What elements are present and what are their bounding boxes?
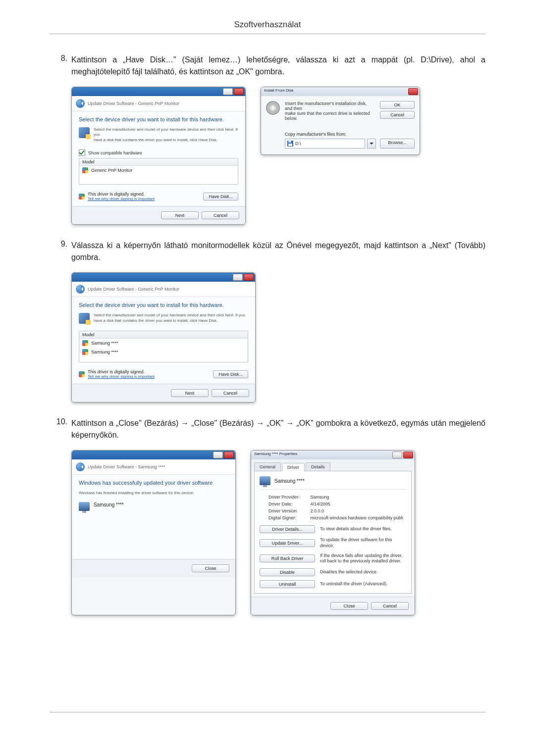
back-icon[interactable] [76, 462, 85, 471]
cancel-button[interactable]: Cancel [202, 211, 239, 219]
device-icon [79, 127, 90, 138]
back-icon[interactable] [76, 285, 85, 294]
dropdown-arrow-icon[interactable] [367, 139, 376, 149]
window-controls [223, 88, 244, 95]
dialog-title: Install From Disk [264, 88, 294, 93]
window-controls [408, 88, 418, 95]
update-driver-button[interactable]: Update Driver... [260, 539, 315, 547]
dialog-heading: Select the device driver you want to ins… [79, 302, 248, 308]
driver-provider-value: Samsung [309, 494, 405, 501]
sub-text: Windows has finished installing the driv… [79, 491, 228, 496]
rollback-driver-button[interactable]: Roll Back Driver [260, 554, 315, 562]
hint-line-1: Select the manufacturer and model of you… [94, 313, 245, 318]
tab-details[interactable]: Details [306, 462, 330, 471]
driver-details-desc: To view details about the driver files. [320, 526, 406, 532]
driver-date-label: Driver Date: [260, 501, 309, 507]
dialog-properties: Samsung **** Properties General Driver D… [251, 450, 415, 615]
model-list-item[interactable]: Samsung **** [79, 339, 248, 348]
hint-line-2: have a disk that contains the driver you… [94, 318, 245, 323]
crumb-text: Update Driver Software - Samsung **** [88, 464, 165, 469]
window-controls [233, 274, 254, 281]
model-name: Generic PnP Monitor [91, 168, 132, 173]
step-10-number: 10. [50, 417, 71, 441]
shield-icon [79, 194, 85, 200]
driver-details-button[interactable]: Driver Details... [260, 525, 315, 533]
cancel-button[interactable]: Cancel [371, 602, 409, 610]
step-9-text: Válassza ki a képernyőn látható monitorm… [71, 240, 485, 263]
shield-icon [79, 371, 85, 377]
minimize-icon[interactable] [223, 88, 233, 95]
cancel-button[interactable]: Cancel [380, 111, 415, 119]
uninstall-button[interactable]: Uninstall [260, 580, 315, 588]
dialog-heading: Windows has successfully updated your dr… [79, 480, 228, 486]
page-header: Szoftverhasználat [50, 20, 485, 30]
hint-line-1: Select the manufacturer and model of you… [94, 127, 238, 138]
tab-driver[interactable]: Driver [282, 463, 305, 471]
crumb-text: Update Driver Software - Generic PnP Mon… [88, 287, 179, 292]
digital-signer-value: microsoft windows hardware compatibility… [309, 514, 405, 521]
shield-icon [82, 340, 88, 346]
dialog-title: Samsung **** Properties [254, 452, 297, 456]
minimize-icon[interactable] [213, 452, 223, 458]
rollback-driver-desc: If the device fails after updating the d… [320, 553, 406, 564]
tab-general[interactable]: General [254, 462, 281, 471]
titlebar: Install From Disk [261, 87, 420, 96]
drive-value: D:\ [295, 141, 301, 146]
device-name: Samsung **** [94, 502, 124, 507]
signed-text: This driver is digitally signed. [88, 192, 155, 197]
minimize-icon[interactable] [233, 274, 243, 281]
help-icon[interactable] [392, 452, 402, 458]
step-8-number: 8. [50, 54, 71, 78]
close-icon[interactable] [244, 274, 254, 281]
dialog-install-from-disk: Install From Disk Insert the manufacture… [261, 87, 420, 155]
shield-icon [82, 349, 88, 355]
monitor-icon [260, 476, 270, 485]
model-name: Samsung **** [91, 350, 118, 354]
disc-icon [266, 101, 280, 115]
device-icon [79, 313, 90, 324]
model-name: Samsung **** [91, 341, 118, 346]
driver-version-label: Driver Version: [260, 507, 309, 514]
step-8-text: Kattintson a „Have Disk…" (Saját lemez…)… [71, 54, 485, 78]
cancel-button[interactable]: Cancel [212, 389, 249, 397]
hint-line-2: have a disk that contains the driver you… [94, 138, 238, 143]
driver-provider-label: Driver Provider: [260, 494, 309, 501]
model-column-header: Model [79, 331, 248, 339]
signed-text: This driver is digitally signed. [88, 369, 155, 374]
tell-me-link[interactable]: Tell me why driver signing is important [88, 197, 155, 201]
show-compatible-checkbox[interactable] [79, 150, 85, 156]
breadcrumb: Update Driver Software - Generic PnP Mon… [72, 282, 255, 297]
ok-button[interactable]: OK [380, 101, 415, 109]
close-icon[interactable] [224, 452, 234, 458]
have-disk-button[interactable]: Have Disk... [213, 370, 248, 378]
close-button[interactable]: Close [330, 602, 368, 610]
close-icon[interactable] [408, 88, 418, 95]
close-button[interactable]: Close [192, 564, 229, 572]
titlebar [72, 451, 235, 459]
back-icon[interactable] [76, 99, 85, 108]
close-icon[interactable] [234, 88, 244, 95]
dialog-update-success: Update Driver Software - Samsung **** Wi… [71, 450, 236, 615]
model-list-item[interactable]: Generic PnP Monitor [79, 166, 238, 175]
tell-me-link[interactable]: Tell me why driver signing is important [88, 374, 155, 379]
footer-rule [50, 712, 485, 712]
breadcrumb: Update Driver Software - Generic PnP Mon… [72, 96, 245, 111]
titlebar [72, 87, 245, 96]
step-8: 8. Kattintson a „Have Disk…" (Saját leme… [50, 54, 485, 78]
step-9-number: 9. [50, 240, 71, 263]
next-button[interactable]: Next [171, 389, 209, 397]
device-name: Samsung **** [274, 478, 305, 484]
model-list-item[interactable]: Samsung **** [79, 348, 248, 356]
close-icon[interactable] [403, 452, 413, 458]
disable-button[interactable]: Disable [260, 568, 315, 576]
update-driver-desc: To update the driver software for this d… [320, 537, 406, 549]
copy-from-label: Copy manufacturer's files from: [285, 132, 415, 137]
browse-button[interactable]: Browse... [380, 139, 415, 149]
driver-date-value: 4/14/2005 [309, 501, 405, 507]
window-controls [392, 452, 413, 458]
uninstall-desc: To uninstall the driver (Advanced). [320, 581, 406, 587]
step-9: 9. Válassza ki a képernyőn látható monit… [50, 240, 485, 263]
drive-combo[interactable]: D:\ [285, 139, 365, 149]
have-disk-button[interactable]: Have Disk... [203, 193, 238, 201]
next-button[interactable]: Next [161, 211, 199, 219]
